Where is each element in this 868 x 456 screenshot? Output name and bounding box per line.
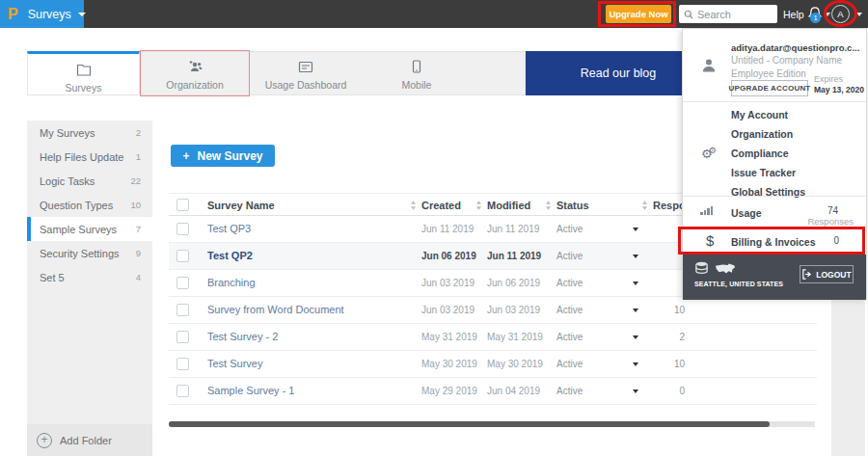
row-checkbox[interactable] [176,250,189,262]
table-row[interactable]: Survey from Word DocumentJun 03 2019Jun … [169,297,817,324]
menu-item-organization[interactable]: Organization [731,128,793,140]
sort-icon[interactable] [410,201,417,210]
divider [683,196,866,197]
server-icon [694,261,709,276]
status-dropdown-icon[interactable] [633,282,638,285]
col-created[interactable]: Created [421,200,461,211]
sidebar-item-security-settings[interactable]: Security Settings9 [27,241,152,265]
sort-icon[interactable] [641,201,648,210]
row-checkbox[interactable] [176,331,189,343]
sidebar-item-my-surveys[interactable]: My Surveys2 [27,121,152,145]
menu-item-issue-tracker[interactable]: Issue Tracker [731,167,796,178]
table-row[interactable]: Sample Survey - 1May 29 2019Jun 04 2019A… [169,378,817,405]
col-survey-name: Survey Name [207,200,275,211]
questionpro-logo: P [8,6,18,23]
user-icon [701,58,717,77]
sidebar-item-question-types[interactable]: Question Types10 [27,193,152,217]
search-placeholder: Search [697,9,731,20]
status-dropdown-icon[interactable] [633,389,638,393]
logout-icon [801,269,812,280]
folder-icon [28,63,139,80]
datacenter-location: SEATTLE, UNITED STATES [694,281,783,287]
folders-sidebar: My Surveys2 Help Files Update1 Logic Tas… [27,121,152,424]
status-dropdown-icon[interactable] [633,362,638,366]
col-modified[interactable]: Modified [487,200,530,211]
add-folder-button[interactable]: + Add Folder [27,424,152,456]
expires-date: May 13, 2020 [814,85,864,94]
notification-count-badge: 1 [810,13,821,23]
sort-icon[interactable] [545,201,552,210]
annotation-organization-box [140,50,250,96]
usa-map-icon [715,262,736,276]
menu-item-compliance[interactable]: Compliance [731,148,789,159]
account-menu-panel: aditya.datar@questionpro.c... Untitled -… [682,28,867,299]
new-survey-button[interactable]: + New Survey [171,145,275,167]
tab-label: Surveys [28,82,139,94]
usage-value: 74 [827,205,838,216]
sidebar-item-logic-tasks[interactable]: Logic Tasks22 [27,169,152,193]
status-dropdown-icon[interactable] [633,228,638,231]
account-email: aditya.datar@questionpro.c... [731,42,859,53]
tab-mobile[interactable]: Mobile [362,51,472,95]
gears-icon: ⚙⚙ [701,147,720,161]
select-all-checkbox[interactable] [176,199,189,211]
sidebar-item-sample-surveys[interactable]: Sample Surveys7 [27,217,152,241]
usage-unit: Responses [807,216,854,227]
chevron-down-icon [78,13,86,16]
row-checkbox[interactable] [176,277,189,289]
annotation-upgrade-box [598,1,676,27]
status-dropdown-icon[interactable] [633,255,638,258]
tab-label: Usage Dashboard [250,79,362,91]
help-link[interactable]: Help [783,9,804,20]
annotation-avatar-ellipse [824,0,857,27]
menu-item-usage[interactable]: Usage [731,207,762,219]
status-dropdown-icon[interactable] [633,335,638,339]
row-checkbox[interactable] [176,223,189,235]
tab-surveys[interactable]: Surveys [27,51,140,95]
annotation-billing-box [678,227,865,255]
sort-icon[interactable] [475,201,482,210]
sidebar-item-help-files-update[interactable]: Help Files Update1 [27,145,152,169]
upgrade-account-button[interactable]: UPGRADE ACCOUNT [731,80,808,96]
usage-bars-icon [700,206,713,215]
mobile-icon [362,60,472,77]
search-input[interactable]: Search [679,5,777,23]
row-checkbox[interactable] [176,304,189,316]
plus-circle-icon: + [37,433,52,448]
logout-button[interactable]: LOGOUT [800,265,854,283]
menu-item-my-account[interactable]: My Account [731,109,788,121]
account-footer: SEATTLE, UNITED STATES LOGOUT [683,255,866,300]
search-icon [684,10,693,19]
divider [683,101,866,102]
table-row[interactable]: Test Survey - 2May 31 2019May 31 2019Act… [169,324,817,351]
account-company: Untitled - Company Name [731,55,842,66]
table-row[interactable]: Test SurveyMay 30 2019May 30 2019Active1… [169,351,817,378]
row-checkbox[interactable] [176,358,189,370]
tab-usage-dashboard[interactable]: Usage Dashboard [250,51,362,95]
tab-label: Mobile [362,79,472,91]
horizontal-scrollbar-thumb[interactable] [169,421,770,427]
top-bar: P Surveys Upgrade Now Search Help 1 A [0,0,868,28]
sidebar-item-set-5[interactable]: Set 54 [27,265,152,289]
account-edition: Employee Edition [731,68,806,79]
app-switcher[interactable]: P Surveys [0,0,84,28]
product-name: Surveys [28,8,71,21]
row-checkbox[interactable] [176,385,189,397]
col-status[interactable]: Status [556,200,589,211]
expires-label: Expires [814,74,843,84]
dashboard-icon [250,60,362,77]
status-dropdown-icon[interactable] [633,308,638,312]
